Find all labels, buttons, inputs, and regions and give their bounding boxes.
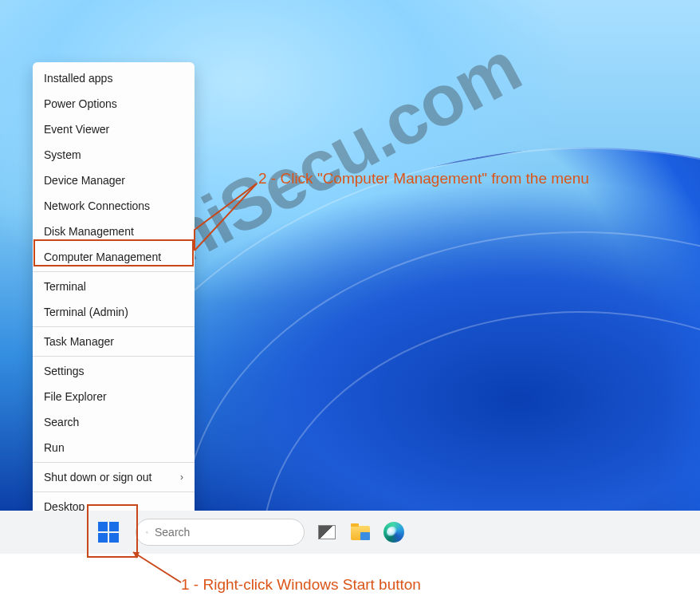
file-explorer-button[interactable] [349, 521, 372, 543]
svg-line-1 [147, 532, 148, 533]
folder-icon [351, 526, 370, 540]
svg-point-0 [146, 531, 147, 533]
menu-item-disk-management[interactable]: Disk Management [33, 219, 195, 244]
edge-icon [383, 522, 404, 543]
menu-item-label: File Explorer [44, 390, 107, 403]
menu-item-task-manager[interactable]: Task Manager [33, 329, 195, 354]
menu-item-label: Settings [44, 365, 85, 377]
menu-item-event-viewer[interactable]: Event Viewer [33, 116, 195, 142]
menu-item-computer-management[interactable]: Computer Management [33, 244, 195, 270]
menu-item-file-explorer[interactable]: File Explorer [33, 384, 195, 409]
menu-item-label: Network Connections [44, 199, 150, 212]
menu-item-installed-apps[interactable]: Installed apps [33, 65, 195, 91]
menu-item-label: Terminal [44, 280, 86, 293]
menu-item-terminal-admin-[interactable]: Terminal (Admin) [33, 299, 195, 325]
search-input[interactable] [155, 526, 294, 539]
menu-separator [33, 462, 195, 463]
menu-item-label: Installed apps [44, 72, 112, 85]
menu-item-terminal[interactable]: Terminal [33, 274, 195, 299]
menu-item-label: Task Manager [44, 335, 114, 348]
menu-item-label: Computer Management [44, 251, 161, 263]
menu-separator [33, 326, 195, 327]
menu-item-network-connections[interactable]: Network Connections [33, 193, 195, 219]
menu-item-run[interactable]: Run [33, 435, 195, 460]
menu-item-search[interactable]: Search [33, 409, 195, 435]
start-button[interactable] [92, 516, 124, 548]
menu-item-label: System [44, 148, 81, 161]
start-context-menu: Installed appsPower OptionsEvent ViewerS… [33, 62, 195, 523]
menu-item-device-manager[interactable]: Device Manager [33, 168, 195, 193]
menu-item-system[interactable]: System [33, 142, 195, 168]
menu-item-label: Power Options [44, 97, 117, 110]
menu-item-label: Terminal (Admin) [44, 306, 128, 318]
menu-item-label: Device Manager [44, 174, 125, 187]
menu-item-label: Shut down or sign out [44, 471, 151, 484]
menu-separator [33, 356, 195, 357]
task-view-icon [318, 525, 336, 539]
menu-item-settings[interactable]: Settings [33, 358, 195, 384]
task-view-button[interactable] [316, 521, 338, 543]
annotation-step2: 2 - Click "Computer Management" from the… [258, 170, 589, 188]
windows-logo-icon [98, 522, 119, 543]
menu-item-power-options[interactable]: Power Options [33, 91, 195, 116]
annotation-step1: 1 - Right-click Windows Start button [181, 576, 421, 594]
menu-item-shut-down-or-sign-out[interactable]: Shut down or sign out› [33, 464, 195, 490]
menu-item-label: Search [44, 416, 79, 428]
menu-item-label: Run [44, 441, 65, 454]
callout-arrow-step1 [124, 549, 187, 589]
search-icon [146, 527, 148, 539]
svg-line-2 [133, 552, 181, 582]
menu-item-label: Disk Management [44, 225, 134, 238]
chevron-right-icon: › [180, 471, 183, 484]
menu-item-label: Event Viewer [44, 123, 109, 136]
menu-separator [33, 491, 195, 492]
menu-separator [33, 271, 195, 272]
search-box[interactable] [136, 519, 305, 546]
taskbar [0, 511, 700, 554]
edge-browser-button[interactable] [383, 521, 405, 543]
